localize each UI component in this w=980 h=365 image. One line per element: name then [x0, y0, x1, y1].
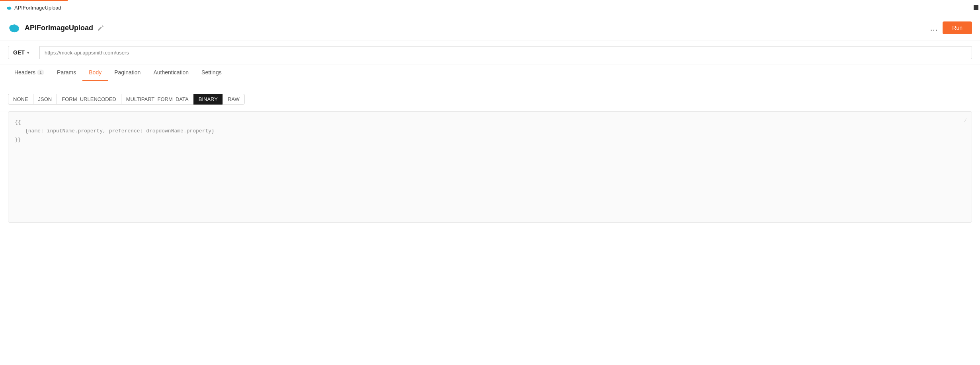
- tab-params[interactable]: Params: [51, 64, 82, 81]
- url-bar: GET ▾ https://mock-api.appsmith.com/user…: [0, 41, 980, 64]
- tabs-bar: Headers 1 Params Body Pagination Authent…: [0, 64, 980, 81]
- method-label: GET: [13, 49, 25, 56]
- edit-icon[interactable]: [97, 24, 104, 31]
- run-button[interactable]: Run: [943, 21, 972, 34]
- more-button[interactable]: ...: [930, 24, 938, 32]
- code-editor[interactable]: {{ {name: inputName.property, preference…: [8, 111, 972, 223]
- method-select[interactable]: GET ▾: [8, 46, 40, 59]
- body-type-none[interactable]: NONE: [8, 94, 33, 105]
- svg-point-3: [8, 6, 10, 8]
- body-type-json[interactable]: JSON: [33, 94, 57, 105]
- header-right: ... Run: [930, 21, 972, 34]
- body-type-raw[interactable]: RAW: [223, 94, 245, 105]
- body-type-multipart[interactable]: MULTIPART_FORM_DATA: [121, 94, 193, 105]
- url-input[interactable]: https://mock-api.appsmith.com/users: [40, 46, 972, 59]
- top-tab-label: APIForImageUpload: [14, 5, 61, 11]
- cloud-icon-small: [6, 5, 12, 11]
- body-type-binary[interactable]: BINARY: [193, 94, 223, 105]
- body-type-bar: NONE JSON FORM_URLENCODED MULTIPART_FORM…: [0, 87, 980, 111]
- top-bar: APIForImageUpload: [0, 0, 980, 15]
- code-line-2: {name: inputName.property, preference: d…: [15, 127, 965, 136]
- body-section: NONE JSON FORM_URLENCODED MULTIPART_FORM…: [0, 81, 980, 223]
- line-end-indicator: /: [964, 118, 967, 124]
- api-header: APIForImageUpload ... Run: [0, 15, 980, 41]
- tab-pagination[interactable]: Pagination: [108, 64, 147, 81]
- api-cloud-icon: [8, 21, 21, 34]
- tab-settings[interactable]: Settings: [195, 64, 228, 81]
- tab-body[interactable]: Body: [82, 64, 108, 81]
- chevron-down-icon: ▾: [27, 50, 29, 55]
- tab-headers[interactable]: Headers 1: [8, 64, 51, 81]
- svg-point-7: [12, 24, 16, 29]
- top-tab[interactable]: APIForImageUpload: [0, 0, 68, 15]
- header-left: APIForImageUpload: [8, 21, 930, 34]
- body-type-form-urlencoded[interactable]: FORM_URLENCODED: [57, 94, 121, 105]
- code-line-1: {{: [15, 118, 965, 127]
- api-title: APIForImageUpload: [25, 24, 93, 32]
- minimize-icon[interactable]: [974, 5, 978, 10]
- main-content: NONE JSON FORM_URLENCODED MULTIPART_FORM…: [0, 81, 980, 223]
- tab-authentication[interactable]: Authentication: [147, 64, 195, 81]
- headers-badge: 1: [37, 70, 44, 75]
- code-line-3: }}: [15, 136, 965, 144]
